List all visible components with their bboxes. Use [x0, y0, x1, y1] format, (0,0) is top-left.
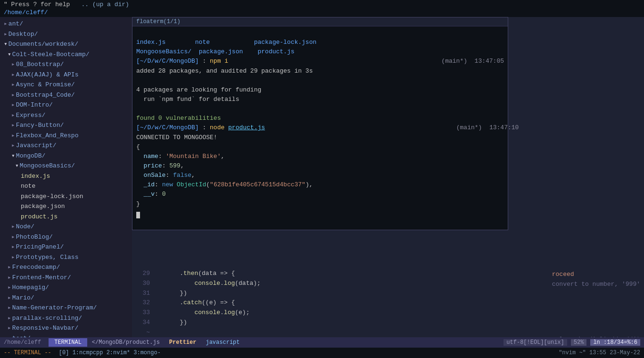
sidebar-item-namegenerator[interactable]: ▸ Name-Generator-Program/ — [0, 303, 132, 313]
sidebar-item-photoblog[interactable]: ▸ PhotoBlog/ — [0, 232, 132, 242]
arrow-bootstrap4: ▸ — [11, 91, 15, 100]
arrow-responsivenavbar: ▸ — [8, 324, 11, 333]
sidebar-item-packagelock[interactable]: package-lock.json — [0, 191, 132, 202]
ft-cursor — [136, 212, 140, 218]
sidebar-item-async[interactable]: ▸ Async & Promise/ — [0, 80, 132, 90]
main-area: ▸ ant/ ▸ Desktop/ ▾ Documents/workdesk/ … — [0, 17, 644, 337]
sidebar-item-mongoosebasics[interactable]: ▾ MongooseBasics/ — [0, 161, 132, 171]
sidebar-item-packagejson[interactable]: package.json — [0, 201, 132, 212]
status-tabs: TERMINAL </MongoDB/product.js Prettier j… — [49, 338, 504, 347]
sidebar-item-ajax[interactable]: ▸ AJAX(AJAJ) & APIs — [0, 70, 132, 80]
sidebar-item-responsivenavbar[interactable]: ▸ Responsive-Navbar/ — [0, 323, 132, 333]
sidebar-item-bootstrap[interactable]: ▸ 08_Bootstrap/ — [0, 59, 132, 70]
sidebar-item-javascript[interactable]: ▸ Javascript/ — [0, 141, 132, 151]
status-info: utf-8[!EOL][unix] 52% ln :18/34=%:6 — [504, 339, 640, 346]
dir-prototypes: Prototypes, Class — [16, 253, 79, 262]
float-terminal[interactable]: floaterm(1/1) index.js note package-lock… — [132, 17, 508, 230]
arrow-prototypes: ▸ — [11, 253, 15, 262]
ft-id-line: _id: new ObjectId("628b1fe405c674515d4bc… — [136, 181, 313, 188]
ft-obj-close: } — [136, 200, 140, 208]
mode-label: -- TERMINAL -- — [4, 350, 51, 356]
arrow-homepagig: ▸ — [8, 283, 11, 292]
linecontent-33: console.log(e); — [165, 308, 249, 318]
sidebar-item-bootcamp[interactable]: ▾ Colt-Steele-Bootcamp/ — [0, 50, 132, 60]
sidebar-item-freecodecamp[interactable]: ▸ Freecodecamp/ — [0, 262, 132, 273]
dir-bootcamp: Colt-Steele-Bootcamp/ — [12, 50, 90, 59]
status-filepath: </MongoDB/product.js — [87, 338, 165, 347]
file-note: note — [21, 182, 35, 191]
dir-namegenerator: Name-Generator-Program/ — [12, 303, 97, 313]
bottom-bar: -- TERMINAL -- [0] 1:ncmpcpp 2:nvim* 3:m… — [0, 348, 644, 358]
dir-javascript: Javascript/ — [16, 141, 57, 150]
linecontent-30: console.log(data); — [165, 279, 261, 289]
linenum-33: 33 — [136, 308, 150, 318]
sidebar-item-fancy[interactable]: ▸ Fancy-Button/ — [0, 120, 132, 131]
linenum-30: 30 — [136, 279, 150, 289]
linecontent-29: .then(data => { — [165, 269, 235, 279]
linenum-32: 32 — [136, 298, 150, 308]
dir-mongodb: MongoDB/ — [16, 151, 45, 161]
sidebar-item-frontendmentor[interactable]: ▸ Frontend-Mentor/ — [0, 273, 132, 283]
arrow-mario: ▸ — [8, 293, 11, 303]
dir-bootstrap: 08_Bootstrap/ — [16, 60, 64, 69]
ft-name-line: name: 'Mountain Bike', — [136, 153, 224, 160]
bottom-tabs: [0] 1:ncmpcpp 2:nvim* 3:mongo- — [59, 350, 161, 356]
dir-test: test/ — [12, 334, 31, 338]
ft-added: added 28 packages, and audited 29 packag… — [136, 67, 313, 75]
dir-ajax: AJAX(AJAJ) & APIs — [16, 70, 79, 80]
sidebar-item-mongodb[interactable]: ▾ MongoDB/ — [0, 151, 132, 161]
arrow-mongodb: ▾ — [11, 151, 15, 161]
linecontent-32: .catch((e) => { — [165, 298, 235, 308]
sidebar-item-pricingpanel[interactable]: ▸ PricingPanel/ — [0, 242, 132, 252]
arrow-ant: ▸ — [4, 19, 8, 29]
sidebar-item-homepagig[interactable]: ▸ Homepagig/ — [0, 283, 132, 293]
file-productjs: product.js — [21, 212, 58, 222]
arrow-pricingpanel: ▸ — [11, 242, 15, 252]
arrow-node: ▸ — [11, 222, 15, 232]
status-path: /home/cleff — [4, 339, 41, 346]
arrow-javascript: ▸ — [11, 141, 15, 150]
sidebar-item-dom[interactable]: ▸ DOM-Intro/ — [0, 100, 132, 110]
sidebar-item-mario[interactable]: ▸ Mario/ — [0, 293, 132, 303]
sidebar-item-express[interactable]: ▸ Express/ — [0, 110, 132, 121]
right-convert: convert to number, '999' — [552, 280, 640, 290]
sidebar-item-flexbox[interactable]: ▸ Flexbox_And_Respo — [0, 131, 132, 141]
ft-time1: (main*) 13:47:05 — [250, 57, 504, 66]
updir-text: .. (up a dir) — [81, 1, 129, 8]
sidebar-item-note[interactable]: note — [0, 181, 132, 191]
sidebar-item-parallax[interactable]: ▸ parallax-scrolling/ — [0, 313, 132, 324]
arrow-fancy: ▸ — [11, 121, 15, 130]
arrow-photoblog: ▸ — [11, 233, 15, 242]
arrow-express: ▸ — [11, 111, 15, 120]
sidebar-item-productjs[interactable]: product.js — [0, 212, 132, 222]
dir-mario: Mario/ — [12, 293, 34, 303]
linenum-31: 31 — [136, 289, 150, 299]
arrow-async: ▸ — [11, 80, 15, 90]
dir-parallax: parallax-scrolling/ — [12, 314, 82, 323]
sidebar-item-desktop[interactable]: ▸ Desktop/ — [0, 29, 132, 40]
sidebar-item-documents[interactable]: ▾ Documents/workdesk/ — [0, 39, 132, 50]
sidebar-item-test[interactable]: ▸ test/ — [0, 333, 132, 338]
dir-bootstrap4: Bootstrap4_Code/ — [16, 91, 75, 100]
arrow-freecodecamp: ▸ — [8, 263, 11, 272]
arrow-test: ▸ — [8, 334, 11, 338]
statusbar: /home/cleff TERMINAL </MongoDB/product.j… — [0, 337, 644, 348]
status-lang: javascript — [201, 338, 244, 347]
sidebar-item-ant[interactable]: ▸ ant/ — [0, 19, 132, 29]
right-color: color: 'red' }) // addit — [552, 335, 640, 337]
home-path: /home/cleff/ — [4, 9, 48, 16]
arrow-frontendmentor: ▸ — [8, 273, 11, 283]
right-proceed: roceed — [552, 270, 640, 280]
sidebar: ▸ ant/ ▸ Desktop/ ▾ Documents/workdesk/ … — [0, 17, 132, 337]
float-terminal-content: index.js note package-lock.json Mongoose… — [132, 26, 508, 230]
path-bar: /home/cleff/ — [0, 9, 644, 17]
ft-funding1: 4 packages are looking for funding — [136, 86, 261, 93]
sidebar-item-indexjs[interactable]: index.js — [0, 171, 132, 182]
sidebar-item-node[interactable]: ▸ Node/ — [0, 222, 132, 232]
tab-terminal[interactable]: TERMINAL — [49, 338, 87, 347]
bottom-right-info: "nvim ~" 13:55 23-May-22 — [559, 350, 640, 356]
dir-freecodecamp: Freecodecamp/ — [12, 263, 60, 272]
arrow-mongoosebasics: ▾ — [15, 161, 19, 171]
sidebar-item-bootstrap4[interactable]: ▸ Bootstrap4_Code/ — [0, 90, 132, 100]
sidebar-item-prototypes[interactable]: ▸ Prototypes, Class — [0, 252, 132, 263]
